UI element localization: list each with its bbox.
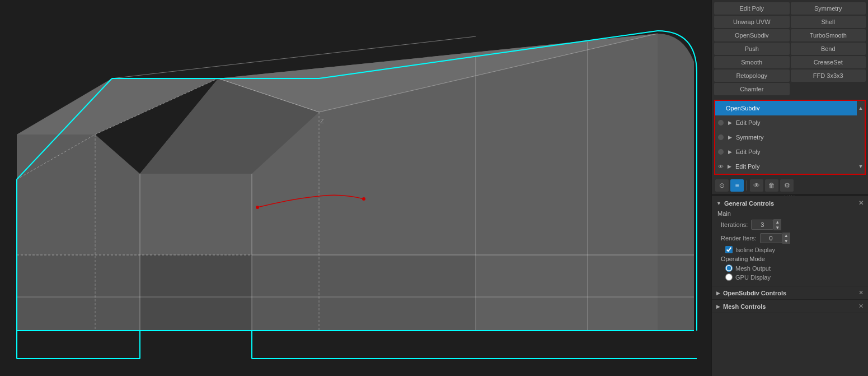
mod-visibility-dot-2 [718, 120, 724, 126]
stack-toolbar: ⊙ ≡ 👁 🗑 ⚙ [712, 177, 868, 194]
mod-eye-icon: 👁 [718, 164, 724, 170]
mod-stack-opensubdiv[interactable]: OpenSubdiv ▲ [715, 101, 865, 115]
mesh-output-label[interactable]: Mesh Output [735, 265, 771, 272]
scroll-up-arrow[interactable]: ▲ [858, 105, 864, 111]
gpu-display-row: GPU Display [716, 273, 864, 281]
mod-stack-editpoly-3[interactable]: 👁 ▶ Edit Poly ▼ [715, 159, 865, 174]
iterations-spinner: ▲ ▼ [773, 219, 781, 230]
svg-point-43 [256, 206, 259, 209]
pin-tool-btn[interactable]: ⊙ [715, 179, 729, 192]
general-controls-close[interactable]: ✕ [858, 199, 864, 207]
mod-btn-edit-poly-1[interactable]: Edit Poly [714, 2, 790, 15]
mesh-controls-close[interactable]: ✕ [858, 303, 864, 310]
general-controls-arrow: ▼ [716, 201, 721, 206]
mesh-controls-collapse-arrow: ▶ [716, 304, 720, 309]
render-iters-label: Render Iters: [721, 235, 757, 242]
list-tool-btn[interactable]: ≡ [730, 179, 744, 192]
svg-marker-14 [252, 255, 476, 331]
mod-btn-opensubdiv[interactable]: OpenSubdiv [714, 29, 790, 41]
mod-btn-unwrap-uvw[interactable]: Unwrap UVW [714, 16, 790, 28]
opensubdiv-collapse-arrow: ▶ [716, 290, 720, 296]
mod-btn-creaseset[interactable]: CreaseSet [791, 56, 866, 68]
mod-visibility-dot [718, 105, 724, 111]
iterations-label: Iterations: [721, 221, 748, 228]
general-controls-section: ▼ General Controls ✕ Main Iterations: ▲ … [712, 196, 868, 286]
mod-expand-arrow-1: ▶ [726, 120, 734, 126]
isoline-label[interactable]: Isoline Display [735, 247, 775, 253]
modifier-stack: OpenSubdiv ▲ ▶ Edit Poly ▶ Symmetry ▶ Ed… [714, 100, 866, 175]
mod-stack-editpoly-3-label: Edit Poly [735, 163, 855, 170]
mod-stack-symmetry[interactable]: ▶ Symmetry [715, 130, 865, 145]
right-panel: Edit Poly Symmetry Unwrap UVW Shell Open… [711, 0, 868, 376]
render-iters-spin-down[interactable]: ▼ [782, 238, 790, 244]
render-iters-spin-up[interactable]: ▲ [782, 233, 790, 238]
render-iters-input[interactable] [760, 233, 782, 243]
mod-stack-editpoly-1-label: Edit Poly [736, 119, 862, 126]
mod-stack-symmetry-label: Symmetry [736, 134, 862, 141]
mod-btn-retopology[interactable]: Retopology [714, 69, 790, 82]
svg-marker-9 [140, 255, 252, 331]
mod-btn-bend[interactable]: Bend [791, 43, 866, 55]
general-controls-label: General Controls [724, 200, 774, 207]
modifier-buttons-grid: Edit Poly Symmetry Unwrap UVW Shell Open… [712, 0, 868, 98]
mod-btn-push[interactable]: Push [714, 43, 790, 55]
mod-btn-symmetry[interactable]: Symmetry [791, 2, 866, 15]
operating-mode-label: Operating Mode [716, 256, 864, 262]
svg-point-44 [362, 197, 365, 201]
opensubdiv-controls-section[interactable]: ▶ OpenSubdiv Controls ✕ [712, 286, 868, 300]
toolbar-separator [747, 180, 747, 191]
mod-btn-turbosmooth[interactable]: TurboSmooth [791, 29, 866, 41]
render-iters-spinner: ▲ ▼ [782, 233, 790, 244]
main-subsection-label: Main [716, 210, 864, 217]
iterations-input-group: ▲ ▼ [751, 219, 781, 230]
gpu-display-label[interactable]: GPU Display [735, 274, 771, 281]
render-iters-row: Render Iters: ▲ ▼ [716, 233, 864, 244]
mod-expand-arrow-2: ▶ [726, 134, 734, 140]
mod-btn-chamfer[interactable]: Chamfer [714, 83, 790, 95]
mod-expand-arrow-3: ▶ [726, 149, 734, 155]
mesh-controls-label: Mesh Controls [723, 303, 766, 310]
mod-expand-arrow-4: ▶ [725, 164, 733, 169]
isoline-checkbox[interactable] [725, 246, 733, 253]
svg-text:Z: Z [320, 118, 324, 124]
mod-stack-editpoly-2-label: Edit Poly [736, 148, 862, 155]
delete-tool-btn[interactable]: 🗑 [765, 179, 778, 192]
mod-btn-ffd[interactable]: FFD 3x3x3 [791, 69, 866, 82]
iterations-spin-up[interactable]: ▲ [773, 219, 781, 225]
mod-stack-editpoly-1[interactable]: ▶ Edit Poly [715, 115, 865, 130]
mesh-controls-section[interactable]: ▶ Mesh Controls ✕ [712, 300, 868, 313]
mod-btn-shell[interactable]: Shell [791, 16, 866, 28]
mesh-output-radio[interactable] [725, 264, 733, 272]
opensubdiv-controls-label: OpenSubdiv Controls [723, 290, 786, 296]
opensubdiv-close[interactable]: ✕ [858, 289, 864, 296]
general-controls-header[interactable]: ▼ General Controls ✕ [716, 199, 864, 207]
mod-visibility-dot-4 [718, 149, 724, 155]
iterations-input[interactable] [751, 220, 773, 230]
mod-stack-opensubdiv-label: OpenSubdiv [726, 105, 862, 112]
isoline-display-row: Isoline Display [716, 246, 864, 253]
iterations-row: Iterations: ▲ ▼ [716, 219, 864, 230]
scroll-down-arrow[interactable]: ▼ [858, 164, 864, 169]
mesh-output-row: Mesh Output [716, 264, 864, 272]
iterations-spin-down[interactable]: ▼ [773, 225, 781, 230]
svg-marker-8 [17, 255, 140, 331]
mod-visibility-dot-3 [718, 134, 724, 140]
mod-btn-smooth[interactable]: Smooth [714, 56, 790, 68]
gpu-display-radio[interactable] [725, 273, 733, 281]
mod-stack-editpoly-2[interactable]: ▶ Edit Poly [715, 145, 865, 159]
3d-viewport[interactable]: Z [0, 0, 711, 376]
edit-tool-btn[interactable]: ⚙ [780, 179, 794, 192]
eye-tool-btn[interactable]: 👁 [750, 179, 763, 192]
render-iters-input-group: ▲ ▼ [760, 233, 790, 244]
